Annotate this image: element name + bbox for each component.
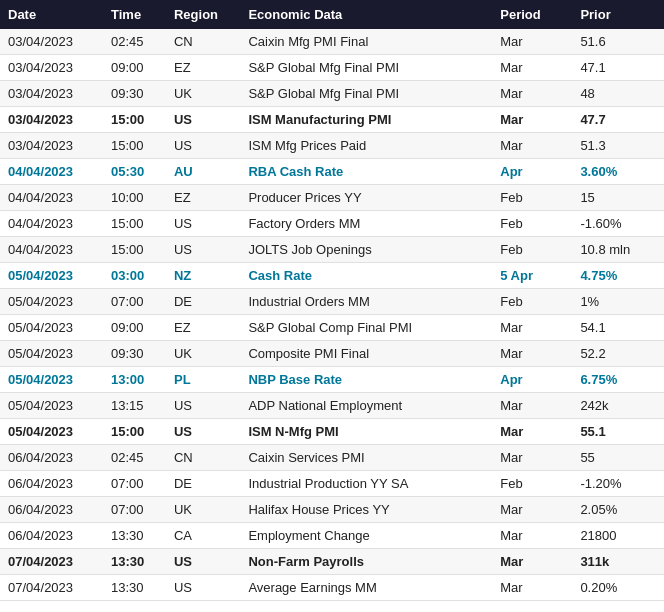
cell-time: 15:00 xyxy=(103,419,166,445)
table-row: 03/04/202315:00USISM Mfg Prices PaidMar5… xyxy=(0,133,664,159)
cell-time: 13:15 xyxy=(103,393,166,419)
cell-time: 13:00 xyxy=(103,367,166,393)
cell-time: 05:30 xyxy=(103,159,166,185)
cell-prior: 4.75% xyxy=(572,263,664,289)
cell-time: 09:30 xyxy=(103,81,166,107)
cell-period: Mar xyxy=(492,393,572,419)
cell-region: EZ xyxy=(166,185,240,211)
table-row: 05/04/202309:30UKComposite PMI FinalMar5… xyxy=(0,341,664,367)
cell-date: 03/04/2023 xyxy=(0,29,103,55)
cell-prior: 47.1 xyxy=(572,55,664,81)
cell-period: Feb xyxy=(492,289,572,315)
table-row: 03/04/202309:30UKS&P Global Mfg Final PM… xyxy=(0,81,664,107)
cell-period: Mar xyxy=(492,549,572,575)
cell-time: 09:30 xyxy=(103,341,166,367)
cell-region: PL xyxy=(166,367,240,393)
cell-region: DE xyxy=(166,289,240,315)
cell-date: 07/04/2023 xyxy=(0,575,103,601)
cell-period: Feb xyxy=(492,211,572,237)
cell-data: ISM Mfg Prices Paid xyxy=(240,133,492,159)
cell-region: US xyxy=(166,211,240,237)
cell-period: Mar xyxy=(492,497,572,523)
cell-region: US xyxy=(166,237,240,263)
cell-date: 05/04/2023 xyxy=(0,341,103,367)
cell-time: 02:45 xyxy=(103,445,166,471)
cell-data: Factory Orders MM xyxy=(240,211,492,237)
cell-prior: 55 xyxy=(572,445,664,471)
cell-date: 05/04/2023 xyxy=(0,263,103,289)
cell-period: Mar xyxy=(492,419,572,445)
cell-prior: 54.1 xyxy=(572,315,664,341)
cell-data: S&P Global Mfg Final PMI xyxy=(240,81,492,107)
cell-prior: 6.75% xyxy=(572,367,664,393)
table-row: 04/04/202305:30AURBA Cash RateApr3.60% xyxy=(0,159,664,185)
cell-data: Producer Prices YY xyxy=(240,185,492,211)
cell-time: 15:00 xyxy=(103,211,166,237)
table-row: 03/04/202315:00USISM Manufacturing PMIMa… xyxy=(0,107,664,133)
table-row: 05/04/202313:15USADP National Employment… xyxy=(0,393,664,419)
cell-time: 09:00 xyxy=(103,315,166,341)
cell-data: Average Earnings MM xyxy=(240,575,492,601)
cell-period: Apr xyxy=(492,159,572,185)
cell-time: 07:00 xyxy=(103,471,166,497)
cell-time: 15:00 xyxy=(103,107,166,133)
cell-data: ISM Manufacturing PMI xyxy=(240,107,492,133)
header-date: Date xyxy=(0,0,103,29)
table-row: 06/04/202307:00UKHalifax House Prices YY… xyxy=(0,497,664,523)
cell-prior: -1.60% xyxy=(572,211,664,237)
table-row: 05/04/202307:00DEIndustrial Orders MMFeb… xyxy=(0,289,664,315)
header-economic-data: Economic Data xyxy=(240,0,492,29)
cell-region: US xyxy=(166,393,240,419)
cell-period: Mar xyxy=(492,523,572,549)
cell-region: US xyxy=(166,133,240,159)
table-row: 05/04/202313:00PLNBP Base RateApr6.75% xyxy=(0,367,664,393)
table-row: 04/04/202315:00USFactory Orders MMFeb-1.… xyxy=(0,211,664,237)
cell-data: S&P Global Comp Final PMI xyxy=(240,315,492,341)
cell-prior: 2.05% xyxy=(572,497,664,523)
cell-period: Feb xyxy=(492,237,572,263)
cell-date: 03/04/2023 xyxy=(0,55,103,81)
cell-date: 04/04/2023 xyxy=(0,159,103,185)
cell-prior: 52.2 xyxy=(572,341,664,367)
cell-date: 06/04/2023 xyxy=(0,445,103,471)
cell-region: US xyxy=(166,549,240,575)
cell-time: 13:30 xyxy=(103,549,166,575)
cell-data: JOLTS Job Openings xyxy=(240,237,492,263)
cell-date: 04/04/2023 xyxy=(0,237,103,263)
cell-prior: 51.6 xyxy=(572,29,664,55)
cell-data: ADP National Employment xyxy=(240,393,492,419)
cell-data: Employment Change xyxy=(240,523,492,549)
cell-period: Mar xyxy=(492,55,572,81)
table-row: 05/04/202309:00EZS&P Global Comp Final P… xyxy=(0,315,664,341)
cell-region: UK xyxy=(166,497,240,523)
cell-time: 13:30 xyxy=(103,523,166,549)
cell-prior: 15 xyxy=(572,185,664,211)
cell-date: 03/04/2023 xyxy=(0,81,103,107)
table-row: 06/04/202307:00DEIndustrial Production Y… xyxy=(0,471,664,497)
cell-date: 06/04/2023 xyxy=(0,471,103,497)
header-period: Period xyxy=(492,0,572,29)
cell-data: RBA Cash Rate xyxy=(240,159,492,185)
cell-period: Mar xyxy=(492,133,572,159)
cell-period: Mar xyxy=(492,81,572,107)
cell-prior: 10.8 mln xyxy=(572,237,664,263)
cell-region: CN xyxy=(166,445,240,471)
cell-prior: 55.1 xyxy=(572,419,664,445)
cell-data: Cash Rate xyxy=(240,263,492,289)
cell-date: 05/04/2023 xyxy=(0,289,103,315)
cell-region: UK xyxy=(166,81,240,107)
cell-data: Caixin Mfg PMI Final xyxy=(240,29,492,55)
cell-period: Apr xyxy=(492,367,572,393)
cell-date: 06/04/2023 xyxy=(0,523,103,549)
table-row: 04/04/202315:00USJOLTS Job OpeningsFeb10… xyxy=(0,237,664,263)
table-row: 04/04/202310:00EZProducer Prices YYFeb15 xyxy=(0,185,664,211)
cell-date: 03/04/2023 xyxy=(0,107,103,133)
cell-time: 13:30 xyxy=(103,575,166,601)
cell-period: Mar xyxy=(492,341,572,367)
table-row: 07/04/202313:30USAverage Earnings MMMar0… xyxy=(0,575,664,601)
cell-time: 15:00 xyxy=(103,237,166,263)
cell-data: Industrial Orders MM xyxy=(240,289,492,315)
cell-date: 04/04/2023 xyxy=(0,211,103,237)
cell-region: US xyxy=(166,107,240,133)
table-row: 03/04/202302:45CNCaixin Mfg PMI FinalMar… xyxy=(0,29,664,55)
